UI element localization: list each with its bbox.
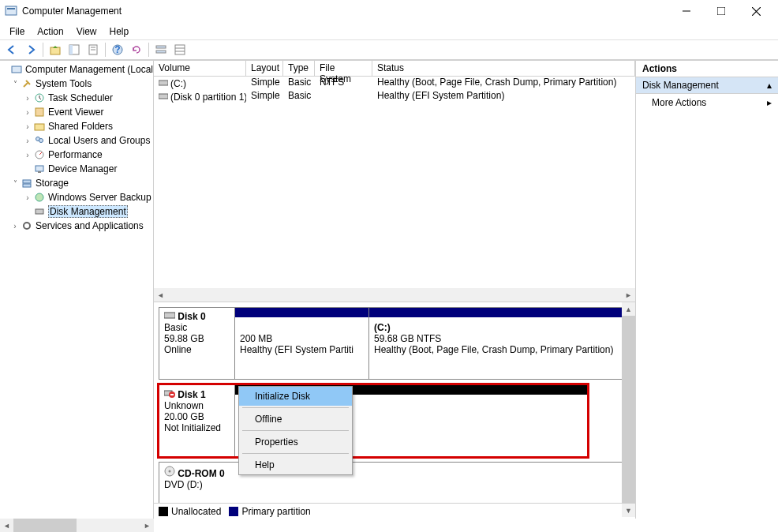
actions-more[interactable]: More Actions ▸	[636, 94, 778, 111]
col-layout[interactable]: Layout	[246, 61, 283, 76]
expand-icon[interactable]: ›	[22, 137, 33, 145]
tree-task-scheduler[interactable]: Task Scheduler	[48, 92, 113, 103]
svg-rect-0	[6, 6, 17, 15]
ctx-properties[interactable]: Properties	[239, 433, 352, 451]
tools-icon	[21, 77, 33, 90]
window-h-scrollbar[interactable]: ◄ ►	[0, 519, 154, 532]
event-icon	[33, 106, 46, 118]
computer-icon	[10, 63, 22, 76]
svg-rect-38	[170, 394, 174, 395]
disk-state: Online	[164, 344, 192, 355]
ctx-help[interactable]: Help	[239, 455, 352, 474]
menu-view[interactable]: View	[70, 24, 103, 39]
expand-icon[interactable]: ›	[22, 193, 33, 202]
tree-system-tools[interactable]: System Tools	[36, 78, 92, 89]
close-button[interactable]	[739, 0, 773, 22]
expand-icon[interactable]: ›	[22, 122, 33, 131]
svg-text:?: ?	[114, 44, 120, 55]
menu-action[interactable]: Action	[31, 24, 69, 39]
scroll-right-icon[interactable]: ►	[622, 288, 635, 302]
svg-point-40	[169, 470, 171, 473]
disk-icon	[33, 205, 46, 218]
menu-help[interactable]: Help	[103, 24, 136, 39]
disk-row-0[interactable]: Disk 0 Basic 59.88 GB Online 200 MBHealt…	[159, 307, 630, 380]
svg-rect-21	[36, 108, 43, 116]
h-scrollbar[interactable]: ◄ ►	[154, 288, 635, 302]
disk-info: Disk 0 Basic 59.88 GB Online	[159, 308, 235, 379]
partition-c[interactable]: (C:)59.68 GB NTFSHealthy (Boot, Page Fil…	[369, 308, 630, 379]
tree-disk-management[interactable]: Disk Management	[48, 205, 128, 218]
table-row[interactable]: (C:) Simple Basic NTFS Healthy (Boot, Pa…	[154, 77, 635, 90]
scroll-left-icon[interactable]: ◄	[154, 288, 167, 302]
scroll-left-icon[interactable]: ◄	[0, 519, 13, 532]
tree-local-users[interactable]: Local Users and Groups	[48, 135, 150, 146]
tree-shared-folders[interactable]: Shared Folders	[48, 121, 113, 132]
scroll-down-icon[interactable]: ▼	[622, 504, 635, 517]
disk-state: Not Initialized	[164, 422, 221, 433]
disk-title: Disk 0	[178, 311, 205, 322]
ctx-offline[interactable]: Offline	[239, 410, 352, 429]
tree-root[interactable]: Computer Management (Local	[25, 64, 153, 75]
svg-rect-35	[164, 313, 175, 318]
tree-windows-backup[interactable]: Windows Server Backup	[48, 192, 151, 203]
col-filesystem[interactable]: File System	[315, 61, 372, 76]
help-button[interactable]: ?	[109, 41, 126, 58]
scroll-right-icon[interactable]: ►	[140, 519, 154, 532]
col-type[interactable]: Type	[283, 61, 315, 76]
svg-rect-27	[38, 171, 41, 173]
col-status[interactable]: Status	[372, 61, 635, 76]
svg-rect-14	[156, 46, 166, 48]
expand-icon[interactable]: ›	[22, 94, 33, 103]
backup-icon	[33, 191, 46, 204]
ctx-initialize-disk[interactable]: Initialize Disk	[239, 387, 352, 406]
show-hide-tree-button[interactable]	[65, 41, 83, 58]
expand-icon[interactable]: ˅	[9, 179, 21, 188]
menu-file[interactable]: File	[3, 24, 31, 39]
clock-icon	[33, 92, 46, 104]
chevron-right-icon: ▸	[767, 97, 772, 108]
expand-icon[interactable]: ˅	[9, 80, 21, 88]
table-row[interactable]: (Disk 0 partition 1) Simple Basic Health…	[154, 90, 635, 103]
maximize-button[interactable]	[704, 0, 739, 22]
svg-rect-6	[50, 47, 60, 54]
volume-table: Volume Layout Type File System Status (C…	[154, 61, 635, 302]
refresh-button[interactable]	[128, 41, 145, 58]
tree-storage[interactable]: Storage	[36, 178, 69, 189]
forward-button[interactable]	[22, 41, 39, 58]
main-area: Computer Management (Local ˅System Tools…	[0, 60, 778, 519]
toolbar: ?	[0, 39, 778, 60]
tree-services[interactable]: Services and Applications	[36, 220, 144, 231]
window-title: Computer Management	[22, 6, 669, 17]
disk-size: 20.00 GB	[164, 411, 204, 422]
back-button[interactable]	[3, 41, 21, 58]
app-icon	[5, 5, 17, 17]
disk-size: 59.88 GB	[164, 333, 204, 344]
disk-title: CD-ROM 0	[178, 468, 224, 479]
tree-performance[interactable]: Performance	[48, 149, 103, 160]
device-icon	[33, 163, 46, 175]
v-scrollbar[interactable]: ▲ ▼	[622, 302, 635, 517]
disk-type: Basic	[164, 322, 187, 333]
scroll-up-icon[interactable]: ▲	[622, 302, 635, 316]
col-volume[interactable]: Volume	[154, 61, 246, 76]
swatch-unallocated	[159, 507, 168, 516]
chevron-up-icon: ▴	[767, 80, 772, 91]
up-button[interactable]	[47, 41, 64, 58]
expand-icon[interactable]: ›	[22, 108, 33, 117]
disk-row-cdrom[interactable]: CD-ROM 0 DVD (D:) No Media	[159, 462, 630, 509]
detail-view-button[interactable]	[171, 41, 189, 58]
list-view-button[interactable]	[152, 41, 170, 58]
swatch-primary	[229, 507, 238, 516]
users-icon	[33, 134, 46, 147]
legend-primary: Primary partition	[241, 506, 310, 517]
minimize-button[interactable]	[669, 0, 704, 22]
partition-efi[interactable]: 200 MBHealthy (EFI System Partiti	[235, 308, 369, 379]
tree-event-viewer[interactable]: Event Viewer	[48, 107, 103, 118]
tree-pane[interactable]: Computer Management (Local ˅System Tools…	[0, 61, 154, 519]
actions-section[interactable]: Disk Management ▴	[636, 77, 778, 94]
expand-icon[interactable]: ›	[22, 151, 33, 159]
expand-icon[interactable]: ›	[9, 222, 21, 230]
tree-device-manager[interactable]: Device Manager	[48, 163, 117, 174]
disk-row-1[interactable]: Disk 1 Unknown 20.00 GB Not Initialized	[159, 384, 588, 457]
properties-button[interactable]	[84, 41, 102, 58]
